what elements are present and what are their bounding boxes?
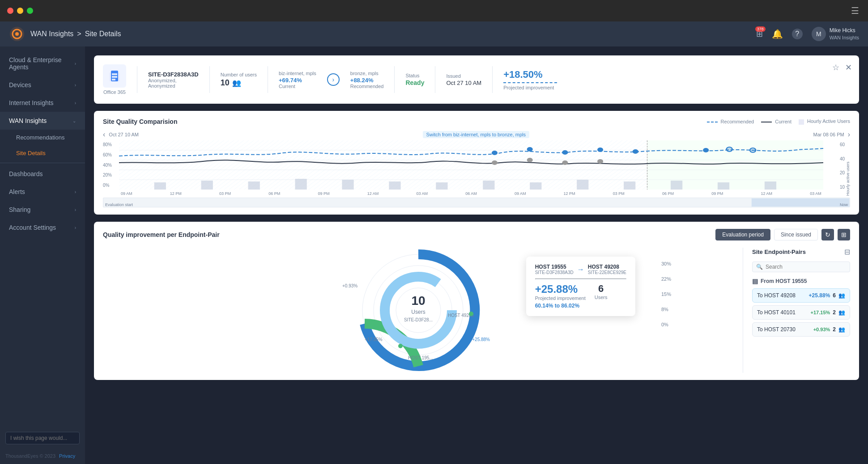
sidebar-item-dashboards[interactable]: Dashboards: [0, 165, 85, 183]
arrow-right-icon: ›: [327, 73, 340, 86]
svg-rect-33: [389, 181, 400, 190]
divider: [492, 66, 493, 93]
svg-rect-29: [201, 181, 213, 190]
star-button[interactable]: ☆: [832, 63, 839, 72]
legend-hourly: Hourly Active Users: [799, 118, 850, 124]
chevron-down-icon: ⌄: [72, 118, 76, 123]
minimize-button[interactable]: [17, 8, 23, 14]
close-button[interactable]: ✕: [845, 63, 852, 72]
close-button[interactable]: [7, 8, 13, 14]
maximize-button[interactable]: [27, 8, 33, 14]
sidebar-item-account[interactable]: Account Settings ›: [0, 219, 85, 236]
num-users-section: Number of users 10 👥: [221, 72, 257, 88]
svg-point-25: [527, 158, 533, 162]
sidebar-subitem-recommendations[interactable]: Recommendations: [0, 130, 85, 145]
ring-labels: 30% 22% 15% 8% 0%: [661, 261, 671, 327]
alerts-icon-wrapper[interactable]: ⊞ 378: [756, 29, 763, 39]
filter-icon[interactable]: ⊟: [844, 248, 850, 256]
sidebar-subitem-site-details[interactable]: Site Details: [0, 145, 85, 161]
endpoint-row-values: +25.88% 6 👥: [809, 292, 845, 299]
user-menu[interactable]: M Mike Hicks WAN Insights: [812, 27, 859, 41]
status-section: Status Ready: [405, 73, 424, 86]
main-content: Office 365 SITE-D3F2838A3D Anonymized, A…: [85, 46, 868, 464]
chevron-right-icon: ›: [75, 101, 76, 105]
tooltip-users: 6 Users: [595, 283, 608, 300]
svg-rect-40: [718, 182, 729, 190]
server-icon: ▤: [752, 278, 758, 285]
divider: [435, 66, 435, 93]
sidebar-item-cloud[interactable]: Cloud & Enterprise Agents ›: [0, 51, 85, 76]
legend-recommended: Recommended: [707, 119, 754, 124]
chart-title: Site Quality Comparision: [103, 118, 177, 125]
svg-rect-41: [765, 181, 776, 190]
office-label: Office 365: [103, 89, 126, 95]
y-axis-right-label: Hourly active users: [846, 140, 850, 196]
site-id: SITE-D3F2838A3D: [148, 71, 199, 78]
panel-header: Site Endpoint-Pairs ⊟: [752, 248, 850, 256]
timeline-switch: Switch from biz-internet, mpls to bronze…: [423, 131, 530, 138]
user-subtitle: WAN Insights: [830, 34, 859, 41]
endpoint-row[interactable]: To HOST 40101 +17.15% 2 👥: [752, 305, 850, 320]
svg-point-23: [750, 148, 756, 152]
footer-privacy[interactable]: Privacy: [59, 453, 75, 459]
bell-icon[interactable]: 🔔: [772, 29, 783, 39]
endpoint-row[interactable]: To HOST 20730 +0.93% 2 👥: [752, 322, 850, 337]
svg-rect-39: [671, 181, 682, 190]
tooltip-body: +25.88% Projected improvement 60.14% to …: [535, 283, 626, 309]
evaluation-period-button[interactable]: Evaluation period: [715, 229, 770, 240]
status-badge: Ready: [405, 79, 424, 86]
sidebar-item-wan[interactable]: WAN Insights ⌄: [0, 112, 85, 130]
logo[interactable]: [9, 26, 25, 42]
columns-button[interactable]: ⊞: [838, 229, 850, 240]
svg-point-20: [633, 149, 638, 154]
quality-body: 30% 22% 15% 8% 0%: [103, 248, 850, 373]
chart-header: Site Quality Comparision Recommended Cur…: [103, 118, 850, 125]
breadcrumb-parent[interactable]: WAN Insights: [30, 30, 73, 38]
search-bar[interactable]: 🔍: [752, 262, 850, 272]
chart-minimap[interactable]: Evaluation start Now: [103, 198, 850, 207]
feedback-input[interactable]: [5, 432, 80, 444]
svg-point-52: [398, 344, 403, 348]
legend-current: Current: [761, 119, 791, 124]
sidebar: Cloud & Enterprise Agents › Devices › In…: [0, 46, 85, 464]
donut-svg: 10 Users SITE-D3F28... HOST 195... HOST …: [356, 248, 481, 373]
sidebar-item-internet[interactable]: Internet Insights ›: [0, 94, 85, 112]
sidebar-item-sharing[interactable]: Sharing ›: [0, 201, 85, 219]
quality-chart-svg: [119, 140, 823, 190]
num-users: 10 👥: [221, 78, 257, 88]
panel-title: Site Endpoint-Pairs: [752, 249, 806, 255]
divider: [209, 66, 210, 93]
tooltip-card: HOST 19555 SITE-D3F2838A3D → HOST 49208 …: [526, 257, 635, 316]
sidebar-item-alerts[interactable]: Alerts ›: [0, 183, 85, 201]
svg-rect-28: [154, 182, 166, 190]
nav-bar: WAN Insights > Site Details ⊞ 378 🔔 ? M …: [0, 21, 868, 46]
donut-chart: 10 Users SITE-D3F28... HOST 195... HOST …: [356, 248, 481, 373]
svg-point-26: [562, 160, 568, 165]
svg-text:10: 10: [411, 294, 425, 308]
timeline-nav: ‹ Oct 27 10 AM Switch from biz-internet,…: [103, 131, 850, 139]
chart-card: Site Quality Comparision Recommended Cur…: [94, 111, 859, 215]
search-input[interactable]: [766, 264, 846, 270]
hamburger-icon[interactable]: ☰: [851, 5, 859, 16]
footer-company: ThousandEyes © 2023: [5, 453, 55, 459]
timeline-right: Mar 08 06 PM: [813, 132, 844, 137]
svg-point-27: [597, 159, 603, 164]
donut-section: 30% 22% 15% 8% 0%: [103, 248, 734, 373]
chevron-right-icon: ›: [75, 190, 76, 194]
since-issued-button[interactable]: Since issued: [774, 229, 818, 240]
chart-area: 80% 60% 40% 20% 0%: [103, 140, 850, 196]
svg-rect-31: [295, 179, 307, 190]
chevron-right-icon: ›: [75, 61, 76, 66]
endpoint-row[interactable]: To HOST 49208 +25.88% 6 👥: [752, 288, 850, 303]
nav-right: ⊞ 378 🔔 ? M Mike Hicks WAN Insights: [756, 27, 859, 41]
search-icon: 🔍: [756, 264, 763, 270]
refresh-button[interactable]: ↻: [821, 229, 834, 240]
divider: [394, 66, 395, 93]
help-icon[interactable]: ?: [792, 29, 803, 39]
eval-start-label: Evaluation start: [105, 202, 133, 207]
endpoint-row-values: +0.93% 2 👥: [813, 326, 845, 333]
sidebar-item-devices[interactable]: Devices ›: [0, 76, 85, 94]
prev-arrow[interactable]: ‹: [103, 131, 105, 139]
chart-legend: Recommended Current Hourly Active Users: [707, 118, 850, 124]
next-arrow[interactable]: ›: [848, 131, 850, 139]
